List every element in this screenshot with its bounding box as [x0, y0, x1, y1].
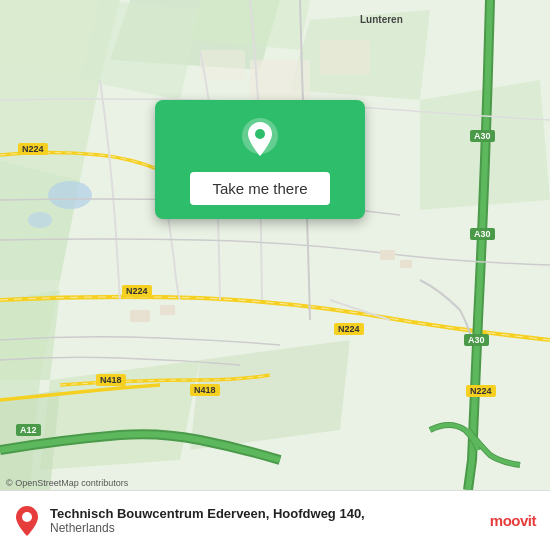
- road-n224-4: N224: [466, 385, 496, 397]
- svg-rect-23: [130, 310, 150, 322]
- location-card: Take me there: [155, 100, 365, 219]
- svg-rect-21: [380, 250, 395, 260]
- road-n224-2: N224: [122, 285, 152, 297]
- svg-rect-17: [320, 40, 370, 75]
- svg-rect-24: [160, 305, 175, 315]
- moovit-logo: moovit: [490, 512, 536, 529]
- svg-point-26: [255, 129, 265, 139]
- bottom-bar: Technisch Bouwcentrum Ederveen, Hoofdweg…: [0, 490, 550, 550]
- svg-point-19: [48, 181, 92, 209]
- svg-rect-18: [200, 50, 245, 80]
- svg-point-20: [28, 212, 52, 228]
- map-container: Lunteren N224 N224 N224 N224 N418 N418 A…: [0, 0, 550, 490]
- copyright-label: © OpenStreetMap contributors: [6, 478, 128, 488]
- map-svg: [0, 0, 550, 490]
- road-n418-2: N418: [190, 384, 220, 396]
- road-n224-1: N224: [18, 143, 48, 155]
- moovit-pin-icon: [14, 506, 40, 536]
- svg-point-27: [22, 512, 32, 522]
- take-me-there-button[interactable]: Take me there: [190, 172, 329, 205]
- road-n224-3: N224: [334, 323, 364, 335]
- road-a30-3: A30: [464, 334, 489, 346]
- bottom-info: Technisch Bouwcentrum Ederveen, Hoofdweg…: [50, 506, 480, 535]
- location-name: Technisch Bouwcentrum Ederveen, Hoofdweg…: [50, 506, 480, 521]
- road-a12: A12: [16, 424, 41, 436]
- location-country: Netherlands: [50, 521, 480, 535]
- road-a30-1: A30: [470, 130, 495, 142]
- road-n418-1: N418: [96, 374, 126, 386]
- lunteren-label: Lunteren: [360, 14, 403, 25]
- road-a30-2: A30: [470, 228, 495, 240]
- moovit-text: moovit: [490, 512, 536, 529]
- pin-icon: [238, 118, 282, 162]
- svg-marker-15: [0, 290, 60, 380]
- svg-rect-22: [400, 260, 412, 268]
